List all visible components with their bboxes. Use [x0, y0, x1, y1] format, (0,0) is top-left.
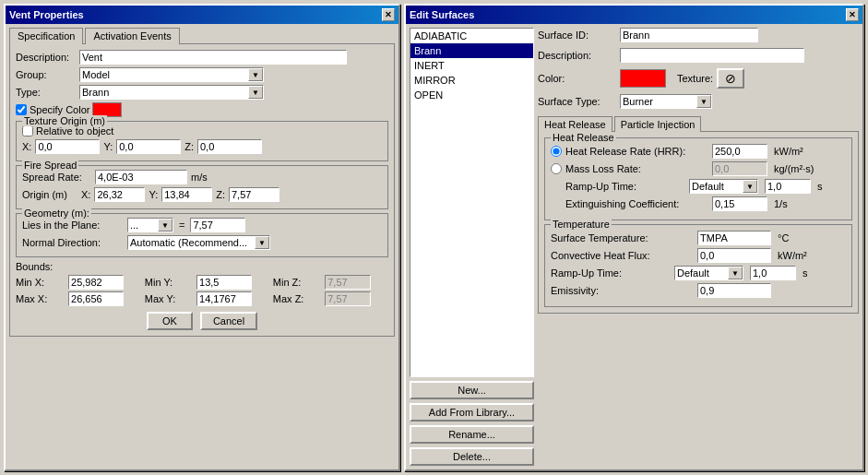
max-y-input[interactable] [196, 291, 252, 306]
origin-y-input[interactable] [161, 187, 212, 202]
type-select-wrap: Brann ▼ [79, 85, 264, 100]
description-input[interactable] [79, 50, 347, 65]
surf-temp-input[interactable] [697, 231, 771, 245]
surface-type-row: Surface Type: Burner ▼ [538, 94, 859, 109]
hrr-unit: kW/m² [774, 146, 803, 157]
oy-label: Y: [149, 189, 158, 200]
z-coord-label: Z: [184, 141, 194, 152]
hrr-value-input[interactable] [712, 144, 767, 159]
type-select[interactable]: Brann [79, 85, 264, 100]
surface-id-input[interactable] [620, 28, 758, 42]
mlr-value-input[interactable] [712, 161, 767, 176]
mlr-radio[interactable] [551, 163, 562, 174]
close-button[interactable]: ✕ [382, 8, 395, 21]
add-library-button[interactable]: Add From Library... [410, 403, 534, 422]
origin-z-input[interactable] [229, 187, 279, 202]
emissivity-input[interactable] [697, 283, 771, 298]
color-texture-row: Color: Texture: ⊘ [538, 68, 859, 89]
cancel-button[interactable]: Cancel [200, 312, 257, 330]
surface-item-mirror[interactable]: MIRROR [410, 73, 533, 88]
ramp-up2-row: Ramp-Up Time: Default ▼ s [551, 266, 846, 280]
heat-release-section-label: Heat Release [551, 132, 616, 143]
surface-item-inert[interactable]: INERT [410, 58, 533, 73]
normal-select-wrap: Automatic (Recommend... ▼ [127, 235, 270, 250]
type-label: Type: [16, 87, 76, 98]
surface-color-swatch[interactable] [620, 69, 666, 88]
ramp-up-select[interactable]: Default [689, 179, 758, 194]
ramp-up-label: Ramp-Up Time: [565, 181, 685, 192]
surfaces-title: Edit Surfaces [410, 9, 474, 20]
plane-select[interactable]: ... [127, 218, 173, 232]
surface-type-select-wrap: Burner ▼ [620, 94, 712, 109]
spread-rate-input[interactable] [95, 170, 187, 184]
tab-specification-content: Description: Group: Model ▼ Type: Brann [9, 43, 395, 337]
ramp-up-value-input[interactable] [765, 179, 811, 194]
texture-x-input[interactable] [35, 139, 100, 154]
tab-activation-events[interactable]: Activation Events [85, 28, 179, 44]
tab-heat-release[interactable]: Heat Release [538, 116, 612, 132]
conv-heat-unit: kW/m² [778, 250, 807, 261]
origin-row: Origin (m) X: Y: Z: [22, 187, 382, 202]
min-x-label: Min X: [16, 277, 65, 288]
plane-select-wrap: ... ▼ [127, 218, 173, 232]
ramp-up2-unit: s [803, 267, 808, 279]
surface-item-open[interactable]: OPEN [410, 88, 533, 102]
max-z-input[interactable] [325, 291, 371, 306]
ext-coeff-input[interactable] [712, 196, 767, 211]
ext-coeff-label: Extinguishing Coefficient: [565, 198, 708, 209]
temperature-section: Temperature Surface Temperature: °C Conv… [544, 224, 852, 307]
specify-color-checkbox[interactable] [16, 104, 27, 115]
tab-particle-injection[interactable]: Particle Injection [614, 116, 702, 132]
min-y-input[interactable] [196, 275, 252, 290]
surface-item-brann[interactable]: Brann [410, 43, 533, 58]
y-coord-label: Y: [103, 141, 113, 152]
surfaces-close-button[interactable]: ✕ [846, 8, 859, 21]
delete-button[interactable]: Delete... [410, 447, 534, 466]
min-z-input[interactable] [325, 275, 371, 290]
vent-tabs: Specification Activation Events [9, 28, 395, 44]
heat-release-tabs-container: Heat Release Particle Injection Heat Rel… [538, 116, 859, 314]
temperature-section-label: Temperature [551, 219, 612, 230]
surface-desc-input[interactable] [620, 48, 804, 63]
group-select[interactable]: Model [79, 67, 264, 82]
hrr-radio[interactable] [551, 146, 562, 157]
surfaces-title-bar: Edit Surfaces ✕ [406, 6, 862, 24]
ok-button[interactable]: OK [147, 312, 193, 330]
surfaces-right-panel: Surface ID: Description: Color: Texture:… [538, 28, 859, 466]
surface-item-adiabatic[interactable]: ADIABATIC [410, 29, 533, 43]
bounds-grid: Min X: Min Y: Min Z: Max X: Max Y: Max Z… [16, 275, 388, 306]
spread-rate-unit: m/s [191, 172, 208, 183]
texture-y-input[interactable] [116, 139, 181, 154]
ramp-up2-value-input[interactable] [750, 266, 796, 280]
plane-value-input[interactable] [190, 218, 245, 232]
emissivity-row: Emissivity: [551, 283, 846, 298]
bounds-section: Bounds: Min X: Min Y: Min Z: Max X: Max … [16, 261, 388, 306]
type-row: Type: Brann ▼ [16, 85, 388, 100]
spread-rate-row: Spread Rate: m/s [22, 170, 382, 184]
surface-type-select[interactable]: Burner [620, 94, 712, 109]
heat-release-tab-content: Heat Release Heat Release Rate (HRR): kW… [538, 131, 859, 314]
relative-checkbox[interactable] [22, 125, 33, 137]
ramp-up2-label: Ramp-Up Time: [551, 267, 671, 279]
x-coord-label: X: [22, 141, 31, 152]
conv-heat-input[interactable] [697, 248, 771, 263]
relative-label: Relative to object [36, 125, 113, 137]
surface-id-row: Surface ID: [538, 28, 859, 42]
max-x-input[interactable] [68, 291, 124, 306]
tab-specification[interactable]: Specification [9, 28, 83, 44]
texture-button[interactable]: ⊘ [717, 68, 744, 89]
normal-dir-row: Normal Direction: Automatic (Recommend..… [22, 235, 382, 250]
edit-surfaces-dialog: Edit Surfaces ✕ ADIABATIC Brann INERT MI… [404, 4, 864, 471]
surface-type-label: Surface Type: [538, 96, 616, 107]
ramp-up2-select[interactable]: Default [674, 266, 743, 280]
rename-button[interactable]: Rename... [410, 425, 534, 444]
texture-z-input[interactable] [197, 139, 262, 154]
min-x-input[interactable] [68, 275, 124, 290]
heat-release-section: Heat Release Heat Release Rate (HRR): kW… [544, 137, 852, 220]
normal-select[interactable]: Automatic (Recommend... [127, 235, 270, 250]
vent-title-bar: Vent Properties ✕ [6, 6, 398, 24]
lies-plane-label: Lies in the Plane: [22, 220, 124, 231]
surface-id-label: Surface ID: [538, 30, 616, 41]
origin-x-input[interactable] [94, 187, 145, 202]
new-button[interactable]: New... [410, 381, 534, 399]
